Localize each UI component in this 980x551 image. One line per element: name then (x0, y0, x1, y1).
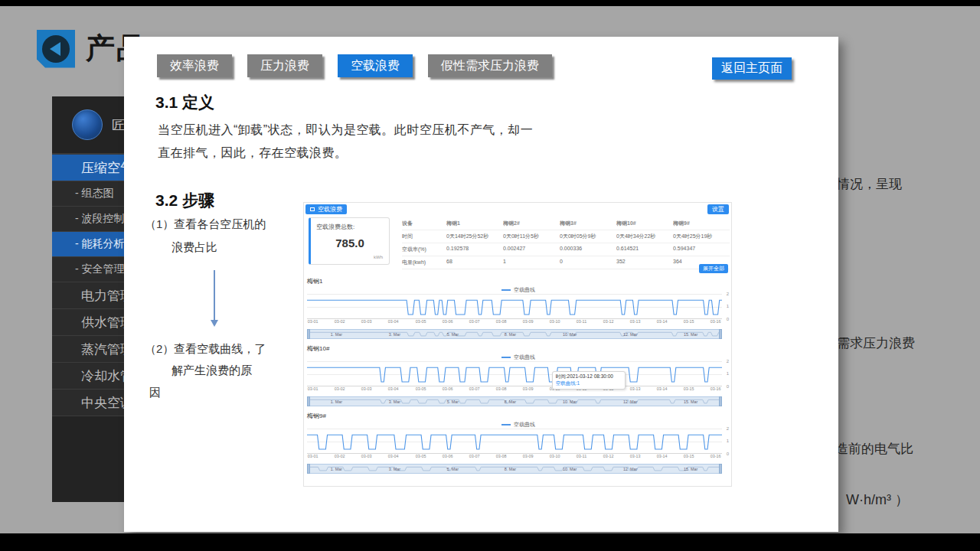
chart-plot-area: 210 (307, 429, 722, 454)
x-axis-tick: 03-08 (496, 387, 507, 394)
x-axis-tick: 03-01 (308, 387, 318, 394)
y-axis-tick: 0 (727, 452, 729, 456)
x-axis-tick: 03-14 (657, 387, 668, 394)
chart-x-axis: 03-0103-0203-0303-0403-0503-0603-0703-08… (307, 386, 722, 394)
datazoom-slider[interactable]: 1. Mar3. Mar5. Mar8. Mar10. Mar12. Mar15… (307, 464, 722, 474)
table-header-cell: 设备 (402, 217, 446, 230)
x-axis-tick: 03-09 (523, 455, 534, 461)
chart-device-label: 梅钢10# (307, 344, 730, 354)
slider-handle-left[interactable] (307, 329, 310, 339)
slider-date-label: 3. Mar (389, 399, 400, 403)
return-home-button[interactable]: 返回主页面 (712, 57, 792, 80)
table-cell: 0.594347 (673, 243, 730, 256)
slider-handle-left[interactable] (307, 464, 310, 474)
definition-heading: 3.1 定义 (155, 92, 214, 113)
x-axis-tick: 03-04 (388, 455, 399, 461)
chart-legend[interactable]: 空载曲线 (307, 421, 730, 429)
slider-date-label: 10. Mar (563, 399, 577, 403)
legend-line-icon (501, 357, 511, 358)
x-axis-tick: 03-13 (630, 320, 641, 327)
slider-date-label: 1. Mar (331, 399, 342, 403)
expand-all-button[interactable]: 展开全部 (699, 264, 728, 273)
legend-label: 空载曲线 (514, 286, 535, 294)
x-axis-tick: 03-16 (710, 455, 721, 461)
noload-waste-total-card: 空载浪费总数: 785.0 kWh (309, 217, 390, 265)
tab-noload-waste[interactable]: 空载浪费 (338, 54, 413, 77)
x-axis-tick: 03-06 (442, 455, 452, 461)
y-axis-tick: 2 (727, 359, 729, 364)
x-axis-tick: 03-03 (361, 387, 372, 394)
x-axis-tick: 03-02 (335, 320, 345, 327)
screen: 产品 匠 压缩空气- 组态图- 波段控制- 能耗分析- 安全管理电力管理供水管理… (0, 0, 980, 551)
table-cell: 0天14时25分52秒 (446, 230, 503, 243)
slider-date-label: 12. Mar (623, 332, 637, 336)
table-header-cell: 梅钢1 (446, 217, 503, 230)
table-cell: 电量(kwh) (402, 256, 446, 269)
content-panel: 效率浪费 压力浪费 空载浪费 假性需求压力浪费 返回主页面 3.1 定义 当空压… (124, 37, 838, 532)
device-stats-table: 设备梅钢1梅钢2#梅钢3#梅钢10#梅钢9#时间0天14时25分52秒0天0时1… (402, 217, 730, 269)
legend-label: 空载曲线 (514, 421, 535, 429)
table-cell: 0天0时05分9秒 (560, 230, 616, 243)
chart-x-axis: 03-0103-0203-0303-0403-0503-0603-0703-08… (307, 319, 722, 327)
chart-legend[interactable]: 空载曲线 (307, 286, 730, 294)
tab-false-demand-pressure-waste[interactable]: 假性需求压力浪费 (428, 54, 552, 77)
table-header-cell: 梅钢10# (616, 217, 673, 230)
slider-handle-left[interactable] (307, 396, 310, 406)
y-axis-tick: 2 (727, 292, 729, 296)
x-axis-tick: 03-09 (523, 320, 534, 327)
slider-date-label: 5. Mar (447, 332, 459, 336)
table-cell: 68 (446, 256, 503, 269)
slider-handle-right[interactable] (719, 396, 722, 406)
slider-date-label: 10. Mar (563, 332, 577, 336)
x-axis-tick: 03-06 (442, 387, 452, 394)
letterbox-bar (0, 533, 980, 551)
chart-plot-area: 210时间:2021-03-12 08:30:00空载曲线:1 (307, 361, 722, 386)
tooltip-value: 空载曲线:1 (556, 380, 622, 387)
x-axis-tick: 03-07 (469, 455, 480, 461)
tab-pressure-waste[interactable]: 压力浪费 (247, 54, 322, 77)
chart-legend[interactable]: 空载曲线 (307, 354, 730, 361)
x-axis-tick: 03-15 (684, 320, 694, 327)
step2-text: 因 (149, 386, 161, 400)
x-axis-tick: 03-12 (603, 320, 614, 327)
table-cell: 0天4时25分19秒 (673, 230, 730, 243)
chart-plot-area: 210 (307, 294, 722, 319)
background-text-fragment: W·h/m³ ） (846, 491, 909, 509)
back-arrow-icon[interactable] (37, 30, 75, 68)
x-axis-tick: 03-14 (657, 320, 668, 327)
chart-device-label: 梅钢1 (307, 277, 730, 286)
x-axis-tick: 03-01 (308, 320, 318, 327)
card-label: 空载浪费总数: (316, 223, 354, 231)
x-axis-tick: 03-05 (415, 455, 426, 461)
settings-button[interactable]: 设置 (707, 204, 729, 214)
x-axis-tick: 03-10 (550, 455, 560, 461)
legend-line-icon (501, 424, 511, 425)
x-axis-tick: 03-01 (308, 455, 318, 461)
x-axis-tick: 03-15 (684, 455, 694, 461)
x-axis-tick: 03-04 (388, 320, 399, 327)
table-cell: 1 (503, 256, 560, 269)
slider-date-label: 3. Mar (389, 332, 400, 336)
y-axis-tick: 0 (727, 384, 729, 389)
step1-text: （1）查看各台空压机的 (145, 217, 266, 232)
dashboard-title-badge: 空载浪费 (305, 204, 347, 214)
slider-date-label: 8. Mar (505, 332, 516, 336)
x-axis-tick: 03-13 (630, 455, 641, 461)
app-logo-icon (72, 109, 103, 140)
tab-efficiency-waste[interactable]: 效率浪费 (157, 54, 232, 77)
slider-date-label: 5. Mar (447, 399, 459, 403)
datazoom-slider[interactable]: 1. Mar3. Mar5. Mar8. Mar10. Mar12. Mar15… (307, 396, 722, 406)
slider-date-label: 15. Mar (684, 332, 697, 336)
slider-handle-right[interactable] (719, 329, 722, 339)
table-cell: 时间 (402, 230, 446, 243)
steps-heading: 3.2 步骤 (155, 190, 214, 211)
x-axis-tick: 03-09 (523, 387, 534, 394)
datazoom-slider[interactable]: 1. Mar3. Mar5. Mar8. Mar10. Mar12. Mar15… (307, 329, 722, 339)
definition-text: 直在排气，因此，存在空载浪费。 (158, 145, 348, 161)
slider-date-label: 12. Mar (623, 399, 637, 403)
slider-handle-right[interactable] (719, 464, 722, 474)
table-cell: 0.000336 (560, 243, 616, 256)
x-axis-tick: 03-10 (550, 320, 560, 327)
noload-curve-chart: 梅钢10# 空载曲线 210时间:2021-03-12 08:30:00空载曲线… (307, 344, 730, 406)
table-cell: 空载率(%) (402, 243, 446, 256)
